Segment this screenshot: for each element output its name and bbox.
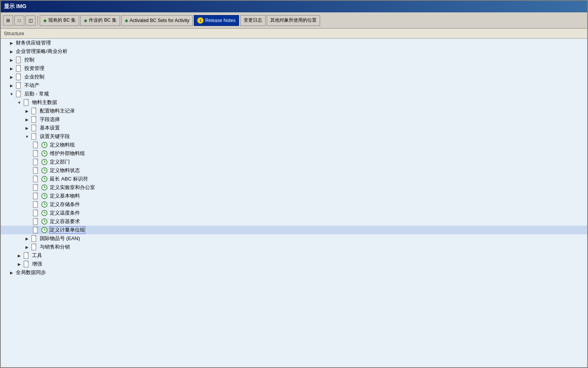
clock-icon-23 [41, 227, 48, 233]
expand-btn-28[interactable]: ▶ [8, 269, 15, 276]
expand-btn-6[interactable]: ▶ [8, 82, 15, 89]
doc-icon-5 [15, 73, 22, 80]
doc-icon-14 [32, 150, 39, 157]
doc-icon-6 [15, 82, 22, 89]
item-label-13: 定义物料组 [50, 141, 75, 148]
doc-icon-10 [31, 116, 38, 123]
tree-item-8[interactable]: ▼ 物料主数据 [1, 98, 587, 107]
tree-item-3[interactable]: ▶ 控制 [1, 56, 587, 64]
icon-btn-1[interactable]: ⊞ [3, 15, 13, 26]
expand-btn-26[interactable]: ▶ [16, 252, 22, 259]
expand-btn-27[interactable]: ▶ [16, 261, 22, 267]
tree-item-13[interactable]: 定义物料组 [1, 141, 587, 149]
expand-btn-11[interactable]: ▶ [24, 125, 30, 131]
clock-icon-13 [41, 141, 48, 148]
expand-btn-7[interactable]: ▼ [8, 91, 15, 97]
working-bc-icon: ◈ [84, 18, 87, 23]
bc-set-label: 现有的 BC 集 [48, 17, 76, 24]
tree-item-28[interactable]: ▶ 全局数据同步 [1, 268, 587, 277]
doc-icon-7 [15, 90, 22, 97]
clock-icon-16 [41, 167, 48, 174]
toolbar-separator-1 [37, 15, 38, 26]
working-bc-set-button[interactable]: ◈ 作业的 BC 集 [80, 15, 120, 26]
activated-bc-icon: ◈ [125, 18, 128, 23]
bc-set-icon: ◈ [43, 18, 47, 23]
expand-btn-8[interactable]: ▼ [16, 99, 22, 106]
item-label-8: 物料主数据 [32, 99, 57, 106]
tree-item-18[interactable]: 定义实验室和办公室 [1, 183, 587, 192]
tree-item-15[interactable]: 定义部门 [1, 158, 587, 166]
tree-item-17[interactable]: 延长 ABC 标识符 [1, 175, 587, 183]
release-notes-button[interactable]: i Release Notes [194, 15, 239, 26]
tree-item-20[interactable]: 定义存储条件 [1, 200, 587, 209]
item-label-21: 定义温度条件 [50, 210, 80, 216]
toolbar: ⊞ □ ◫ ◈ 现有的 BC 集 ◈ 作业的 BC 集 ◈ Activated … [1, 12, 587, 29]
tree-item-2[interactable]: ▶ 企业管理策略/商业分析 [1, 47, 587, 56]
tree-item-9[interactable]: ▶ 配置物料主记录 [1, 107, 587, 115]
item-label-15: 定义部门 [50, 158, 70, 165]
expand-btn-1[interactable]: ▶ [8, 40, 15, 46]
icon-btn-2[interactable]: □ [14, 15, 24, 26]
expand-btn-10[interactable]: ▶ [24, 116, 30, 123]
item-label-25: 与销售和分销 [40, 244, 70, 250]
clock-icon-21 [41, 210, 48, 216]
structure-label: Structure [4, 31, 24, 36]
tree-item-14[interactable]: 维护外部物料组 [1, 149, 587, 158]
tree-item-10[interactable]: ▶ 字段选择 [1, 115, 587, 124]
clock-icon-17 [41, 175, 48, 182]
tree-item-21[interactable]: 定义温度条件 [1, 209, 587, 217]
doc-icon-26 [23, 252, 30, 259]
item-label-6: 不动产 [24, 82, 39, 89]
item-label-9: 配置物料主记录 [40, 107, 75, 114]
change-log-button[interactable]: 变更日志 [240, 15, 266, 26]
tree-item-1[interactable]: ▶ 财务供应链管理 [1, 39, 587, 47]
doc-icon-8 [23, 99, 30, 106]
doc-icon-19 [32, 193, 39, 199]
doc-icon-23 [32, 227, 39, 233]
tree-container[interactable]: ▶ 财务供应链管理 ▶ 企业管理策略/商业分析 ▶ 控制 [1, 39, 587, 367]
main-window: 显示 IMG ⊞ □ ◫ ◈ 现有的 BC 集 ◈ 作业的 BC 集 ◈ Act… [0, 0, 588, 368]
tree-item-26[interactable]: ▶ 工具 [1, 251, 587, 260]
change-log-label: 变更日志 [244, 17, 262, 24]
expand-btn-12[interactable]: ▼ [24, 133, 30, 140]
tree-item-6[interactable]: ▶ 不动产 [1, 81, 587, 90]
item-label-23: 定义计量单位组 [50, 227, 85, 233]
expand-btn-3[interactable]: ▶ [8, 57, 15, 63]
item-label-5: 企业控制 [24, 73, 44, 80]
tree-item-4[interactable]: ▶ 投资管理 [1, 64, 587, 73]
clock-icon-22 [41, 218, 48, 225]
tree-item-12[interactable]: ▼ 设置关键字段 [1, 132, 587, 141]
tree-item-22[interactable]: 定义容器要求 [1, 217, 587, 226]
doc-icon-17 [32, 175, 39, 182]
expand-btn-9[interactable]: ▶ [24, 108, 30, 114]
doc-icon-25 [31, 244, 38, 250]
expand-btn-25[interactable]: ▶ [24, 244, 30, 250]
item-label-10: 字段选择 [40, 116, 60, 123]
tree-item-16[interactable]: 定义物料状态 [1, 166, 587, 175]
item-label-17: 延长 ABC 标识符 [50, 175, 88, 182]
usage-label: 其他对象所使用的位置 [270, 17, 317, 24]
item-label-22: 定义容器要求 [50, 218, 80, 225]
expand-btn-4[interactable]: ▶ [8, 65, 15, 72]
activated-bc-label: Activated BC Sets for Activity [130, 18, 190, 23]
expand-btn-24[interactable]: ▶ [24, 235, 30, 242]
expand-btn-5[interactable]: ▶ [8, 74, 15, 80]
expand-btn-2[interactable]: ▶ [8, 48, 15, 55]
activated-bc-button[interactable]: ◈ Activated BC Sets for Activity [121, 15, 193, 26]
tree-item-19[interactable]: 定义基本物料 [1, 192, 587, 200]
tree-item-23[interactable]: 定义计量单位组 [1, 226, 587, 234]
item-label-12: 设置关键字段 [40, 133, 70, 140]
tree-item-11[interactable]: ▶ 基本设置 [1, 124, 587, 132]
usage-button[interactable]: 其他对象所使用的位置 [267, 15, 320, 26]
tree-item-27[interactable]: ▶ 增强 [1, 260, 587, 268]
tree-item-5[interactable]: ▶ 企业控制 [1, 73, 587, 81]
bc-set-button[interactable]: ◈ 现有的 BC 集 [40, 15, 79, 26]
item-label-18: 定义实验室和办公室 [50, 184, 95, 191]
icon-btn-3[interactable]: ◫ [25, 15, 36, 26]
release-notes-label: Release Notes [205, 18, 236, 23]
structure-header: Structure [1, 29, 587, 39]
tree-item-24[interactable]: ▶ 国际物品号 (EAN) [1, 234, 587, 243]
tree-item-7[interactable]: ▼ 后勤 - 常规 [1, 90, 587, 98]
item-label-20: 定义存储条件 [50, 201, 80, 208]
tree-item-25[interactable]: ▶ 与销售和分销 [1, 243, 587, 251]
